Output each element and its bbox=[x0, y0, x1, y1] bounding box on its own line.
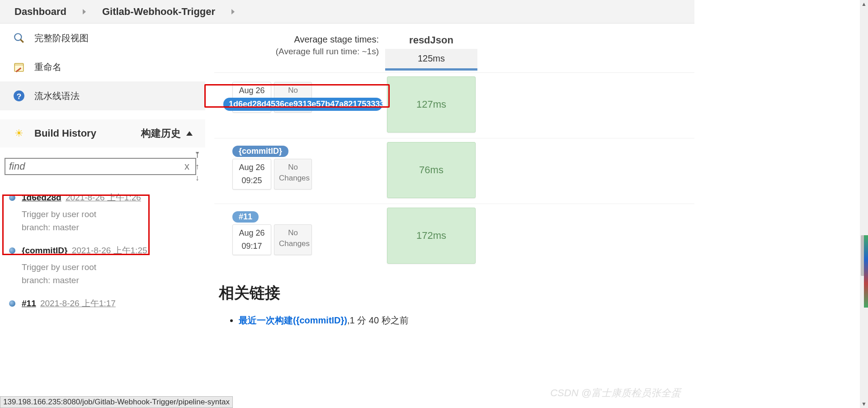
sidebar: 完整阶段视图 重命名 ? 流水线语法 ☀ Build History 构建历史 … bbox=[0, 24, 205, 316]
commit-hash-pill[interactable]: 1d6ed28d4536ce9313e57b47a821753333a bbox=[223, 98, 382, 111]
build-history-item[interactable]: 1d6ed28d 2021-8-26 上午1:26 Trigger by use… bbox=[3, 187, 205, 240]
run-changes[interactable]: NoChanges bbox=[274, 224, 312, 255]
run-pill[interactable]: {commitID} bbox=[232, 146, 288, 157]
magnifier-icon bbox=[13, 32, 25, 44]
sun-icon: ☀ bbox=[13, 127, 25, 140]
run-pill[interactable]: #11 bbox=[232, 211, 259, 223]
build-id[interactable]: {commitID} bbox=[22, 246, 67, 255]
build-datetime: 2021-8-26 上午1:25 bbox=[72, 246, 147, 255]
related-links: 相关链接 最近一次构建({commitID}),1 分 40 秒之前 bbox=[219, 283, 694, 327]
notepad-icon bbox=[13, 61, 25, 73]
build-id[interactable]: 1d6ed28d bbox=[22, 193, 61, 202]
build-history-item[interactable]: #11 2021-8-26 上午1:17 bbox=[3, 293, 205, 316]
chevron-right-icon bbox=[83, 9, 86, 14]
run-date: Aug 2609:25 bbox=[232, 159, 271, 190]
breadcrumb: Dashboard Gitlab-Webhook-Trigger bbox=[0, 0, 694, 24]
chevron-right-icon bbox=[231, 9, 235, 14]
sidebar-item-label: 重命名 bbox=[34, 61, 61, 73]
stage-cell[interactable]: 76ms bbox=[387, 142, 476, 198]
build-history-header[interactable]: ☀ Build History 构建历史 bbox=[0, 119, 205, 147]
help-icon: ? bbox=[13, 90, 25, 102]
stage-view: Average stage times: (Average full run t… bbox=[214, 25, 694, 267]
stage-avg-time: 125ms bbox=[385, 49, 477, 71]
watermark: CSDN @富士康质检员张全蛋 bbox=[550, 386, 681, 400]
related-heading: 相关链接 bbox=[219, 283, 694, 304]
build-desc: Trigger by user rootbranch: master bbox=[22, 261, 197, 287]
svg-point-0 bbox=[14, 33, 21, 40]
build-history-list: 1d6ed28d 2021-8-26 上午1:26 Trigger by use… bbox=[0, 185, 205, 316]
chevron-up-icon bbox=[186, 131, 193, 136]
breadcrumb-job[interactable]: Gitlab-Webhook-Trigger bbox=[102, 6, 215, 18]
minimap-icon bbox=[864, 235, 868, 308]
stage-cell[interactable]: 127ms bbox=[387, 76, 476, 133]
arrow-top-icon[interactable]: ⤒ bbox=[194, 150, 201, 160]
build-history-search-input[interactable] bbox=[5, 158, 196, 175]
sidebar-item-label: 流水线语法 bbox=[34, 90, 80, 102]
build-history-item[interactable]: {commitID} 2021-8-26 上午1:25 Trigger by u… bbox=[3, 240, 205, 293]
related-link[interactable]: 最近一次构建({commitID}) bbox=[239, 315, 347, 325]
sort-arrows: ⤒ ↑ ↓ bbox=[194, 150, 201, 183]
build-datetime: 2021-8-26 上午1:17 bbox=[40, 299, 116, 308]
svg-text:?: ? bbox=[17, 92, 22, 101]
scrollbar-vertical[interactable]: ▲ ▼ bbox=[860, 0, 868, 408]
run-date: Aug 2609:17 bbox=[232, 224, 271, 255]
main-content: Average stage times: (Average full run t… bbox=[205, 24, 694, 327]
build-status-ball-icon bbox=[9, 300, 15, 307]
arrow-up-icon[interactable]: ↑ bbox=[195, 162, 199, 171]
stage-avg-label: Average stage times: (Average full run t… bbox=[214, 25, 385, 71]
breadcrumb-dashboard[interactable]: Dashboard bbox=[14, 6, 66, 18]
build-status-ball-icon bbox=[9, 195, 15, 201]
svg-line-1 bbox=[20, 39, 24, 43]
build-history-title-en: Build History bbox=[34, 128, 141, 139]
related-link-item: 最近一次构建({commitID}),1 分 40 秒之前 bbox=[239, 314, 694, 327]
sidebar-item-pipeline-syntax[interactable]: ? 流水线语法 bbox=[0, 81, 205, 110]
stage-run-row[interactable]: #11 Aug 2609:17 NoChanges 172ms bbox=[214, 204, 694, 267]
scroll-up-icon[interactable]: ▲ bbox=[860, 0, 868, 8]
status-bar: 139.198.166.235:8080/job/Gitlab-Webhook-… bbox=[0, 396, 233, 408]
sidebar-item-label: 完整阶段视图 bbox=[34, 32, 89, 44]
scroll-down-icon[interactable]: ▼ bbox=[860, 400, 868, 408]
stage-cell[interactable]: 172ms bbox=[387, 208, 476, 264]
clear-icon[interactable]: x bbox=[184, 161, 189, 172]
stage-name: resdJson bbox=[385, 25, 477, 49]
build-desc: Trigger by user rootbranch: master bbox=[22, 208, 197, 234]
build-status-ball-icon bbox=[9, 247, 15, 254]
sidebar-item-full-stage-view[interactable]: 完整阶段视图 bbox=[0, 24, 205, 52]
build-id[interactable]: #11 bbox=[22, 299, 36, 308]
build-datetime: 2021-8-26 上午1:26 bbox=[66, 193, 141, 202]
stage-run-row[interactable]: {commitID} Aug 2609:25 NoChanges 76ms bbox=[214, 138, 694, 202]
arrow-down-icon[interactable]: ↓ bbox=[195, 173, 199, 183]
build-history-title-cn: 构建历史 bbox=[141, 127, 181, 140]
run-changes[interactable]: NoChanges bbox=[274, 159, 312, 190]
sidebar-item-rename[interactable]: 重命名 bbox=[0, 52, 205, 81]
